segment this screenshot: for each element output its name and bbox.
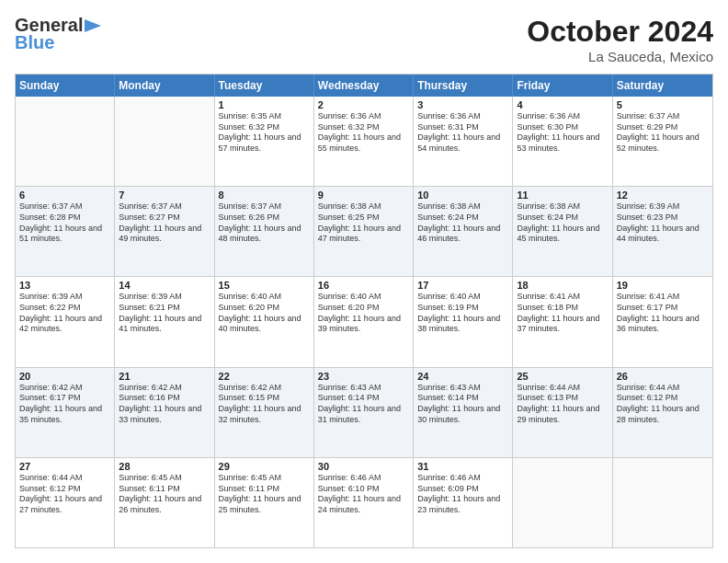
- svg-marker-0: [85, 19, 101, 32]
- sunset-text: Sunset: 6:15 PM: [219, 393, 310, 404]
- calendar-cell-5-1: 27Sunrise: 6:44 AMSunset: 6:12 PMDayligh…: [16, 458, 115, 547]
- sunset-text: Sunset: 6:09 PM: [417, 484, 508, 495]
- sunset-text: Sunset: 6:31 PM: [417, 122, 508, 133]
- day-number: 14: [119, 280, 210, 291]
- sunset-text: Sunset: 6:17 PM: [19, 393, 110, 404]
- sunset-text: Sunset: 6:14 PM: [417, 393, 508, 404]
- day-number: 31: [417, 461, 508, 472]
- sunrise-text: Sunrise: 6:39 AM: [119, 292, 210, 303]
- daylight-text: Daylight: 11 hours and 51 minutes.: [19, 224, 110, 245]
- calendar-cell-3-1: 13Sunrise: 6:39 AMSunset: 6:22 PMDayligh…: [16, 277, 115, 366]
- calendar-cell-2-5: 10Sunrise: 6:38 AMSunset: 6:24 PMDayligh…: [414, 187, 513, 276]
- calendar-cell-3-3: 15Sunrise: 6:40 AMSunset: 6:20 PMDayligh…: [215, 277, 314, 366]
- logo-arrow-icon: [85, 19, 101, 32]
- day-number: 22: [219, 371, 310, 382]
- sunset-text: Sunset: 6:19 PM: [417, 303, 508, 314]
- col-header-monday: Monday: [115, 75, 214, 97]
- location: La Sauceda, Mexico: [527, 49, 713, 64]
- calendar-row-3: 13Sunrise: 6:39 AMSunset: 6:22 PMDayligh…: [16, 277, 712, 367]
- daylight-text: Daylight: 11 hours and 54 minutes.: [417, 132, 508, 154]
- sunset-text: Sunset: 6:21 PM: [119, 303, 210, 314]
- sunset-text: Sunset: 6:24 PM: [417, 213, 508, 224]
- day-number: 2: [318, 99, 409, 110]
- calendar-row-2: 6Sunrise: 6:37 AMSunset: 6:28 PMDaylight…: [16, 187, 712, 277]
- calendar-cell-3-2: 14Sunrise: 6:39 AMSunset: 6:21 PMDayligh…: [115, 277, 214, 366]
- calendar-cell-3-7: 19Sunrise: 6:41 AMSunset: 6:17 PMDayligh…: [613, 277, 712, 366]
- calendar-cell-4-2: 21Sunrise: 6:42 AMSunset: 6:16 PMDayligh…: [115, 368, 214, 457]
- daylight-text: Daylight: 11 hours and 29 minutes.: [517, 404, 608, 425]
- calendar-body: 1Sunrise: 6:35 AMSunset: 6:32 PMDaylight…: [16, 97, 712, 547]
- sunset-text: Sunset: 6:22 PM: [19, 303, 110, 314]
- calendar-cell-1-1: [16, 97, 115, 186]
- sunset-text: Sunset: 6:11 PM: [219, 484, 310, 495]
- calendar-cell-4-6: 25Sunrise: 6:44 AMSunset: 6:13 PMDayligh…: [513, 368, 612, 457]
- daylight-text: Daylight: 11 hours and 41 minutes.: [119, 314, 210, 335]
- calendar-cell-4-3: 22Sunrise: 6:42 AMSunset: 6:15 PMDayligh…: [215, 368, 314, 457]
- sunset-text: Sunset: 6:20 PM: [318, 303, 409, 314]
- sunset-text: Sunset: 6:27 PM: [119, 213, 210, 224]
- sunrise-text: Sunrise: 6:42 AM: [119, 383, 210, 394]
- day-number: 13: [19, 280, 110, 291]
- calendar-header: SundayMondayTuesdayWednesdayThursdayFrid…: [16, 75, 712, 97]
- day-number: 28: [119, 461, 210, 472]
- daylight-text: Daylight: 11 hours and 35 minutes.: [19, 404, 110, 425]
- calendar-cell-2-2: 7Sunrise: 6:37 AMSunset: 6:27 PMDaylight…: [115, 187, 214, 276]
- calendar-cell-3-6: 18Sunrise: 6:41 AMSunset: 6:18 PMDayligh…: [513, 277, 612, 366]
- col-header-saturday: Saturday: [613, 75, 712, 97]
- day-number: 27: [19, 461, 110, 472]
- sunset-text: Sunset: 6:20 PM: [219, 303, 310, 314]
- sunset-text: Sunset: 6:12 PM: [19, 484, 110, 495]
- day-number: 7: [119, 190, 210, 201]
- day-number: 9: [318, 190, 409, 201]
- daylight-text: Daylight: 11 hours and 55 minutes.: [318, 132, 409, 154]
- calendar-cell-5-2: 28Sunrise: 6:45 AMSunset: 6:11 PMDayligh…: [115, 458, 214, 547]
- day-number: 11: [517, 190, 608, 201]
- sunrise-text: Sunrise: 6:43 AM: [417, 383, 508, 394]
- calendar-cell-5-5: 31Sunrise: 6:46 AMSunset: 6:09 PMDayligh…: [414, 458, 513, 547]
- daylight-text: Daylight: 11 hours and 47 minutes.: [318, 224, 409, 245]
- calendar-cell-4-1: 20Sunrise: 6:42 AMSunset: 6:17 PMDayligh…: [16, 368, 115, 457]
- day-number: 23: [318, 371, 409, 382]
- daylight-text: Daylight: 11 hours and 39 minutes.: [318, 314, 409, 335]
- calendar-cell-2-1: 6Sunrise: 6:37 AMSunset: 6:28 PMDaylight…: [16, 187, 115, 276]
- day-number: 25: [517, 371, 608, 382]
- day-number: 4: [517, 99, 608, 110]
- day-number: 20: [19, 371, 110, 382]
- sunset-text: Sunset: 6:10 PM: [318, 484, 409, 495]
- sunrise-text: Sunrise: 6:40 AM: [219, 292, 310, 303]
- daylight-text: Daylight: 11 hours and 44 minutes.: [617, 224, 709, 245]
- sunset-text: Sunset: 6:30 PM: [517, 122, 608, 133]
- sunrise-text: Sunrise: 6:36 AM: [517, 111, 608, 122]
- sunrise-text: Sunrise: 6:38 AM: [318, 201, 409, 213]
- sunrise-text: Sunrise: 6:45 AM: [219, 473, 310, 484]
- sunrise-text: Sunrise: 6:44 AM: [517, 383, 608, 394]
- day-number: 15: [219, 280, 310, 291]
- sunset-text: Sunset: 6:13 PM: [517, 393, 608, 404]
- calendar-cell-1-5: 3Sunrise: 6:36 AMSunset: 6:31 PMDaylight…: [414, 97, 513, 186]
- calendar-cell-2-6: 11Sunrise: 6:38 AMSunset: 6:24 PMDayligh…: [513, 187, 612, 276]
- daylight-text: Daylight: 11 hours and 49 minutes.: [119, 224, 210, 245]
- sunrise-text: Sunrise: 6:37 AM: [219, 201, 310, 213]
- daylight-text: Daylight: 11 hours and 52 minutes.: [617, 132, 709, 154]
- sunset-text: Sunset: 6:29 PM: [617, 122, 709, 133]
- sunrise-text: Sunrise: 6:35 AM: [219, 111, 310, 122]
- sunrise-text: Sunrise: 6:46 AM: [318, 473, 409, 484]
- sunrise-text: Sunrise: 6:40 AM: [318, 292, 409, 303]
- calendar-cell-5-7: [613, 458, 712, 547]
- month-title: October 2024: [527, 15, 713, 49]
- sunrise-text: Sunrise: 6:36 AM: [318, 111, 409, 122]
- col-header-sunday: Sunday: [16, 75, 115, 97]
- calendar-cell-5-4: 30Sunrise: 6:46 AMSunset: 6:10 PMDayligh…: [314, 458, 414, 547]
- daylight-text: Daylight: 11 hours and 27 minutes.: [19, 494, 110, 515]
- calendar: SundayMondayTuesdayWednesdayThursdayFrid…: [15, 74, 713, 548]
- sunrise-text: Sunrise: 6:44 AM: [617, 383, 709, 394]
- calendar-cell-1-3: 1Sunrise: 6:35 AMSunset: 6:32 PMDaylight…: [215, 97, 314, 186]
- col-header-wednesday: Wednesday: [314, 75, 414, 97]
- calendar-row-4: 20Sunrise: 6:42 AMSunset: 6:17 PMDayligh…: [16, 368, 712, 458]
- day-number: 17: [417, 280, 508, 291]
- day-number: 26: [617, 371, 709, 382]
- sunrise-text: Sunrise: 6:39 AM: [19, 292, 110, 303]
- day-number: 10: [417, 190, 508, 201]
- day-number: 16: [318, 280, 409, 291]
- page: General Blue October 2024 La Sauceda, Me…: [0, 0, 728, 563]
